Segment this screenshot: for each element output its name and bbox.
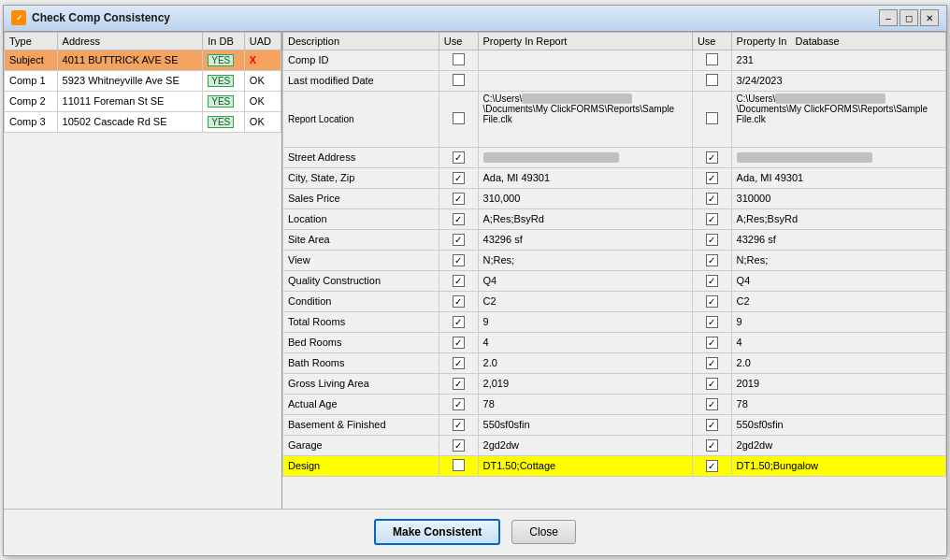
row-use2[interactable] <box>692 188 731 208</box>
checkbox-checked[interactable] <box>453 234 465 246</box>
checkbox-checked[interactable] <box>453 275 465 287</box>
checkbox-unchecked[interactable] <box>453 459 465 471</box>
row-use1[interactable] <box>439 147 478 167</box>
row-use2[interactable] <box>692 167 731 188</box>
checkbox-checked[interactable] <box>453 419 465 431</box>
row-use1[interactable] <box>439 394 478 414</box>
close-window-button[interactable]: ✕ <box>920 9 939 26</box>
row-use2[interactable] <box>692 373 731 394</box>
row-description: Actual Age <box>283 394 439 414</box>
checkbox-checked[interactable] <box>453 378 465 390</box>
row-use2[interactable] <box>692 394 731 414</box>
row-use1[interactable] <box>439 250 478 270</box>
left-table-row[interactable]: Subject4011 BUTTRICK AVE SEYESX <box>5 50 281 70</box>
row-use2[interactable] <box>692 250 731 270</box>
row-use1[interactable] <box>439 167 478 188</box>
checkbox-checked[interactable] <box>453 316 465 328</box>
checkbox-checked[interactable] <box>453 193 465 205</box>
checkbox-checked[interactable] <box>706 337 718 349</box>
right-table-row: City, State, ZipAda, MI 49301Ada, MI 493… <box>283 167 946 188</box>
checkbox-checked[interactable] <box>706 172 718 184</box>
row-use1[interactable] <box>439 70 478 91</box>
row-use1[interactable] <box>439 50 478 70</box>
checkbox-unchecked[interactable] <box>706 112 718 124</box>
row-use2[interactable] <box>692 208 731 229</box>
close-button[interactable]: Close <box>511 520 576 544</box>
checkbox-checked[interactable] <box>706 419 718 431</box>
row-use2[interactable] <box>692 311 731 332</box>
row-use2[interactable] <box>692 229 731 250</box>
row-description: Condition <box>283 291 439 311</box>
row-use1[interactable] <box>439 332 478 352</box>
checkbox-checked[interactable] <box>453 254 465 266</box>
row-use2[interactable] <box>692 352 731 373</box>
checkbox-checked[interactable] <box>706 295 718 308</box>
checkbox-checked[interactable] <box>453 337 465 349</box>
checkbox-checked[interactable] <box>453 439 465 452</box>
checkbox-checked[interactable] <box>706 398 718 410</box>
row-use2[interactable] <box>692 414 731 435</box>
checkbox-checked[interactable] <box>706 439 718 452</box>
row-property-report: 43296 sf <box>478 229 692 250</box>
row-use2[interactable] <box>692 455 731 476</box>
row-use1[interactable] <box>439 208 478 229</box>
checkbox-checked[interactable] <box>453 172 465 184</box>
right-table-row: Site Area43296 sf43296 sf <box>283 229 946 250</box>
checkbox-unchecked[interactable] <box>706 53 718 65</box>
row-use1[interactable] <box>439 455 478 476</box>
right-table-row: Basement & Finished550sf0sfin550sf0sfin <box>283 414 946 435</box>
checkbox-checked[interactable] <box>706 378 718 390</box>
row-use2[interactable] <box>692 91 731 147</box>
row-property-report: A;Res;BsyRd <box>478 208 692 229</box>
checkbox-checked[interactable] <box>706 193 718 205</box>
left-table-row[interactable]: Comp 310502 Cascade Rd SEYESOK <box>5 111 281 132</box>
row-property-db: A;Res;BsyRd <box>731 208 945 229</box>
checkbox-checked[interactable] <box>453 213 465 225</box>
row-use1[interactable] <box>439 270 478 291</box>
row-use1[interactable] <box>439 373 478 394</box>
row-use2[interactable] <box>692 70 731 91</box>
checkbox-checked[interactable] <box>706 234 718 246</box>
checkbox-checked[interactable] <box>706 275 718 287</box>
row-use2[interactable] <box>692 435 731 455</box>
row-property-db: 2019 <box>731 373 945 394</box>
row-use1[interactable] <box>439 291 478 311</box>
checkbox-checked[interactable] <box>706 316 718 328</box>
row-use1[interactable] <box>439 352 478 373</box>
checkbox-checked[interactable] <box>706 213 718 225</box>
row-use1[interactable] <box>439 414 478 435</box>
checkbox-unchecked[interactable] <box>453 74 465 86</box>
comp-type: Comp 3 <box>5 111 58 132</box>
checkbox-checked[interactable] <box>706 151 718 164</box>
row-use2[interactable] <box>692 332 731 352</box>
left-table-row[interactable]: Comp 211011 Foreman St SEYESOK <box>5 91 281 111</box>
checkbox-checked[interactable] <box>706 254 718 266</box>
row-description: Sales Price <box>283 188 439 208</box>
row-use1[interactable] <box>439 435 478 455</box>
checkbox-unchecked[interactable] <box>453 53 465 65</box>
checkbox-checked[interactable] <box>706 460 718 472</box>
checkbox-checked[interactable] <box>453 295 465 308</box>
row-use1[interactable] <box>439 311 478 332</box>
row-use1[interactable] <box>439 91 478 147</box>
left-table-row[interactable]: Comp 15923 Whitneyville Ave SEYESOK <box>5 70 281 91</box>
minimize-button[interactable]: – <box>879 9 898 26</box>
checkbox-unchecked[interactable] <box>453 112 465 124</box>
checkbox-unchecked[interactable] <box>706 74 718 86</box>
row-property-db: 2.0 <box>731 352 945 373</box>
row-use1[interactable] <box>439 229 478 250</box>
checkbox-checked[interactable] <box>706 357 718 369</box>
row-use2[interactable] <box>692 147 731 167</box>
restore-button[interactable]: ◻ <box>900 9 918 26</box>
row-use2[interactable] <box>692 291 731 311</box>
row-property-db: 43296 sf <box>731 229 945 250</box>
row-property-report: 2.0 <box>478 352 692 373</box>
window-title: Check Comp Consistency <box>32 11 879 24</box>
make-consistent-button[interactable]: Make Consistent <box>374 519 500 545</box>
checkbox-checked[interactable] <box>453 398 465 410</box>
checkbox-checked[interactable] <box>453 357 465 369</box>
checkbox-checked[interactable] <box>453 151 465 164</box>
row-use2[interactable] <box>692 50 731 70</box>
row-use1[interactable] <box>439 188 478 208</box>
row-use2[interactable] <box>692 270 731 291</box>
